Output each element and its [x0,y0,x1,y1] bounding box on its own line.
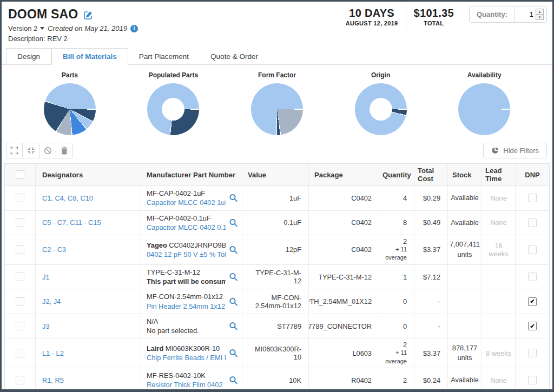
quantity-text: 0 [403,297,407,305]
total-summary: $101.35 TOTAL [406,6,461,28]
quantity-widget: Quantity: 1 ▲ ▼ [469,6,547,23]
stock-text: Available [451,193,479,203]
mpn-part-number: TYPE-C-31-M-12 [147,268,200,277]
designators-link[interactable]: C5 - C7, C11 - C15 [42,218,101,227]
search-icon[interactable] [229,194,238,203]
package-cell: C0402 [309,235,379,264]
dnp-checkbox[interactable] [528,194,537,202]
quantity-label: Quantity: [470,6,515,22]
collapse-all-button[interactable] [23,143,39,158]
version-dropdown[interactable]: Version 2 [8,24,44,32]
package-cell: C0402 [309,186,379,210]
dnp-checkbox[interactable] [528,349,537,357]
lead-time-cell: None [482,211,516,235]
col-total-cost: Total Cost [414,164,448,185]
dnp-cell [516,186,549,210]
row-select-cell [5,289,36,314]
quantity-cell: 0 [379,314,414,338]
expand-all-button[interactable] [6,143,23,158]
hide-filters-button[interactable]: Hide Filters [483,143,547,158]
quantity-stepper[interactable]: ▲ ▼ [536,9,544,20]
designators-link[interactable]: C2 - C3 [42,245,66,254]
row-checkbox[interactable] [16,349,24,357]
chart-title: Availability [467,71,502,79]
row-checkbox[interactable] [16,322,24,330]
col-package: Package [309,164,379,185]
quantity-input[interactable]: 1 ▲ ▼ [515,6,546,22]
pie-chart[interactable] [458,83,510,135]
tab-design[interactable]: Design [6,48,51,64]
designators-cell: J1 [36,265,141,289]
bulk-action-buttons [6,143,73,158]
quantity-cell: 2 [379,368,414,392]
overage-text: + 11 [395,349,407,357]
lead-time-days: 10 DAYS [346,7,398,19]
mpn-description-link[interactable]: Chip Ferrite Beads / EMI Filters 30 [147,353,226,362]
dnp-checkbox[interactable]: ✔ [528,322,537,330]
designators-link[interactable]: C1, C4, C8, C10 [42,194,93,202]
delete-selected-button[interactable] [56,143,73,158]
total-cost-cell: - [414,314,448,338]
row-checkbox[interactable] [16,297,24,306]
mpn-description-link[interactable]: 0402 12 pF 50 V ±5 % Tolerance N [147,250,226,259]
tab-quote-order[interactable]: Quote & Order [200,49,269,64]
designators-link[interactable]: J3 [42,322,50,330]
search-icon[interactable] [229,322,238,331]
overage-text: overage [385,357,407,366]
row-checkbox[interactable] [16,245,24,254]
stepper-down-icon[interactable]: ▼ [536,15,543,19]
row-checkbox[interactable] [16,194,24,202]
search-icon[interactable] [229,245,238,254]
search-icon[interactable] [229,218,238,227]
row-checkbox[interactable] [16,273,24,281]
package-cell: R0402 [309,368,379,392]
total-cost-cell: $0.24 [414,368,448,392]
table-row: J1TYPE-C-31-M-12This part will be consum… [5,264,549,289]
table-row: R1, R5MF-RES-0402-10KResistor Thick Film… [5,368,549,392]
dnp-checkbox[interactable] [528,245,537,254]
mpn-part-number: MF-CON-2.54mm-01x12 [147,292,223,301]
dnp-checkbox[interactable] [528,376,537,384]
dnp-selected-button[interactable] [39,143,56,158]
mpn-description: This part will be consumed from y [147,277,226,286]
dnp-cell: ✔ [516,289,549,314]
mpn-description-link[interactable]: Resistor Thick Film 0402 10K Ohm [147,380,226,389]
designators-link[interactable]: R1, R5 [42,376,64,384]
mpn-description-link[interactable]: Capacitor MLCC 0402 1uF 10% 16 [147,198,226,207]
row-checkbox[interactable] [16,376,24,384]
table-row: J3N/ANo part selected.ST7789ST7789_CONNE… [5,314,549,338]
pie-chart[interactable] [251,83,303,135]
table-row: C2 - C3Yageo CC0402JRNPO9BN1200402 12 pF… [5,235,549,264]
dnp-checkbox[interactable] [528,273,537,281]
total-cost-cell: $0.49 [414,211,448,235]
info-icon[interactable]: i [130,25,138,32]
stepper-up-icon[interactable]: ▲ [536,9,543,15]
tab-bill-of-materials[interactable]: Bill of Materials [51,48,128,65]
mpn-description-link[interactable]: Pin Header 2.54mm 1x12 Unshrou [147,302,226,311]
select-all-checkbox[interactable] [16,170,24,179]
mpn-cell: MF-CON-2.54mm-01x12Pin Header 2.54mm 1x1… [141,289,242,314]
search-icon[interactable] [229,376,238,385]
designators-cell: C2 - C3 [36,235,141,264]
pie-chart[interactable] [44,83,96,135]
mpn-description-link[interactable]: Capacitor MLCC 0402 0.1uF 10% [147,223,226,232]
designators-link[interactable]: J2, J4 [42,297,61,305]
package-cell: ST7789_CONNECTOR [309,314,379,338]
chart-title: Populated Parts [149,71,198,79]
designators-link[interactable]: J1 [42,273,50,281]
row-checkbox[interactable] [16,218,24,227]
stock-cell: Available [448,211,482,235]
dnp-checkbox[interactable]: ✔ [528,297,537,306]
dnp-checkbox[interactable] [528,218,537,227]
search-icon[interactable] [229,349,238,358]
col-mpn: Manufacturer Part Number [141,164,242,185]
search-icon[interactable] [229,297,238,306]
version-label: Version 2 [8,24,37,32]
dnp-cell [516,235,549,264]
edit-title-icon[interactable] [83,10,93,20]
row-select-cell [5,338,36,368]
tab-part-placement[interactable]: Part Placement [128,49,200,64]
designators-link[interactable]: L1 - L2 [42,349,64,357]
search-icon[interactable] [229,273,238,282]
quantity-cell: 1 [379,265,414,289]
